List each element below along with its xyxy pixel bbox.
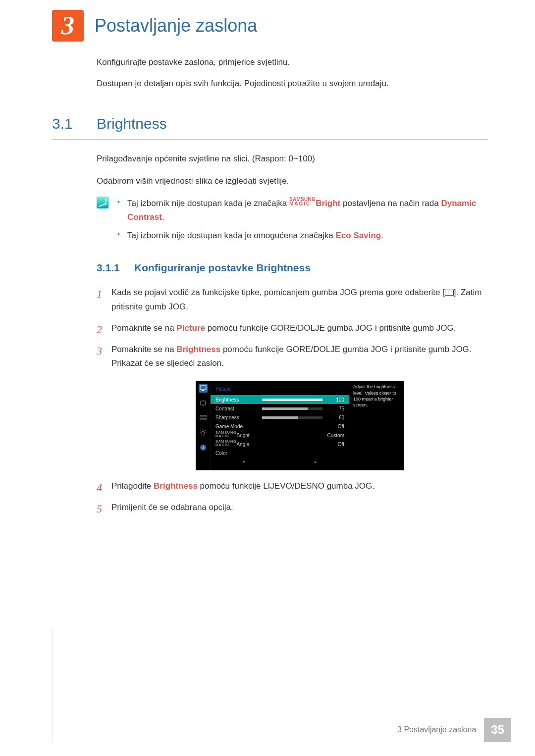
osd-tab-settings-icon bbox=[199, 428, 208, 437]
subsection-header: 3.1.1 Konfiguriranje postavke Brightness bbox=[97, 259, 488, 277]
osd-tab-info-icon: i bbox=[199, 443, 208, 452]
osd-row-sharpness: Sharpness 60 bbox=[211, 413, 349, 422]
section-desc-2: Odabirom viših vrijednosti slika će izgl… bbox=[97, 174, 488, 189]
svg-rect-3 bbox=[200, 415, 207, 417]
nav-right-icon: ▸ bbox=[315, 458, 317, 466]
osd-nav-arrows: ▾ ▸ bbox=[211, 457, 349, 468]
note-icon bbox=[97, 197, 108, 208]
osd-help-text: Adjust the brightness level. Values clos… bbox=[349, 381, 404, 470]
osd-tab-size-icon bbox=[199, 399, 208, 407]
step-4: Prilagodite Brightness pomoću funkcije L… bbox=[97, 479, 488, 494]
subsection-title: Konfiguriranje postavke Brightness bbox=[134, 259, 311, 277]
note-item-1: Taj izbornik nije dostupan kada je znača… bbox=[117, 197, 488, 225]
chapter-header: 3 Postavljanje zaslona bbox=[52, 10, 488, 42]
section-header: 3.1 Brightness bbox=[52, 111, 488, 140]
svg-rect-1 bbox=[202, 390, 204, 391]
step-2: Pomaknite se na Picture pomoću funkcije … bbox=[97, 321, 488, 336]
osd-row-magic-angle: SAMSUNGMAGICAngle Off bbox=[211, 440, 349, 449]
osd-row-magic-bright: SAMSUNGMAGICBright Custom bbox=[211, 431, 349, 440]
svg-rect-0 bbox=[200, 386, 206, 390]
step-3: Pomaknite se na Brightness pomoću funkci… bbox=[97, 343, 488, 470]
menu-icon bbox=[445, 290, 454, 296]
nav-down-icon: ▾ bbox=[243, 458, 245, 466]
svg-rect-2 bbox=[201, 401, 206, 405]
svg-rect-4 bbox=[200, 418, 207, 420]
section-number: 3.1 bbox=[52, 111, 97, 136]
footer-chapter-label: 3 Postavljanje zaslona bbox=[389, 718, 484, 742]
osd-tab-options-icon bbox=[199, 413, 208, 422]
osd-panel-title: Picture bbox=[211, 383, 349, 395]
subsection-number: 3.1.1 bbox=[97, 259, 134, 277]
step-1: Kada se pojavi vodič za funkcijske tipke… bbox=[97, 286, 488, 314]
section-desc-1: Prilagođavanje općenite svjetline na sli… bbox=[97, 152, 488, 166]
page-footer: 3 Postavljanje zaslona 35 bbox=[389, 718, 511, 742]
osd-screenshot: i Picture Brightness 100 Contrast bbox=[196, 381, 404, 470]
svg-text:i: i bbox=[202, 445, 204, 450]
osd-row-game-mode: Game Mode Off bbox=[211, 422, 349, 431]
chapter-intro: Konfigurirajte postavke zaslona, primjer… bbox=[97, 55, 488, 91]
note-item-2: Taj izbornik nije dostupan kada je omogu… bbox=[117, 229, 488, 243]
intro-line-1: Konfigurirajte postavke zaslona, primjer… bbox=[97, 55, 488, 70]
osd-row-contrast: Contrast 75 bbox=[211, 404, 349, 413]
osd-row-color: Color bbox=[211, 449, 349, 457]
section-title: Brightness bbox=[97, 111, 167, 136]
footer-rule bbox=[52, 629, 53, 742]
chapter-title: Postavljanje zaslona bbox=[95, 10, 257, 41]
osd-sidebar: i bbox=[196, 381, 211, 470]
chapter-number-badge: 3 bbox=[52, 10, 84, 42]
osd-row-brightness: Brightness 100 bbox=[211, 395, 349, 404]
intro-line-2: Dostupan je detaljan opis svih funkcija.… bbox=[97, 77, 488, 91]
note-block: Taj izbornik nije dostupan kada je znača… bbox=[97, 197, 488, 248]
osd-tab-picture-icon bbox=[199, 384, 208, 393]
svg-point-5 bbox=[202, 431, 205, 434]
footer-page-number: 35 bbox=[484, 718, 511, 742]
step-5: Primijenit će se odabrana opcija. bbox=[97, 501, 488, 515]
